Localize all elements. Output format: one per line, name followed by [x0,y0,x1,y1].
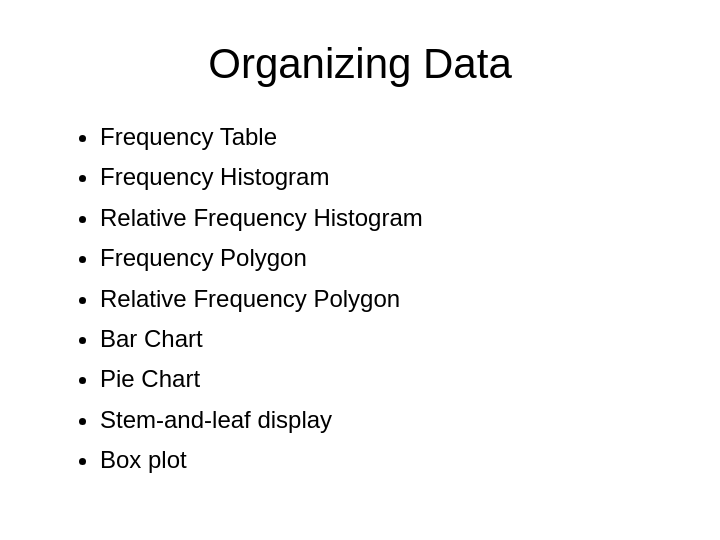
list-item: Pie Chart [100,360,660,398]
list-item: Stem-and-leaf display [100,401,660,439]
list-item: Frequency Polygon [100,239,660,277]
list-item: Bar Chart [100,320,660,358]
list-item: Frequency Histogram [100,158,660,196]
list-item: Relative Frequency Histogram [100,199,660,237]
list-item: Box plot [100,441,660,479]
list-item: Frequency Table [100,118,660,156]
list-item: Relative Frequency Polygon [100,280,660,318]
topic-list: Frequency TableFrequency HistogramRelati… [60,118,660,482]
page-title: Organizing Data [208,40,512,88]
